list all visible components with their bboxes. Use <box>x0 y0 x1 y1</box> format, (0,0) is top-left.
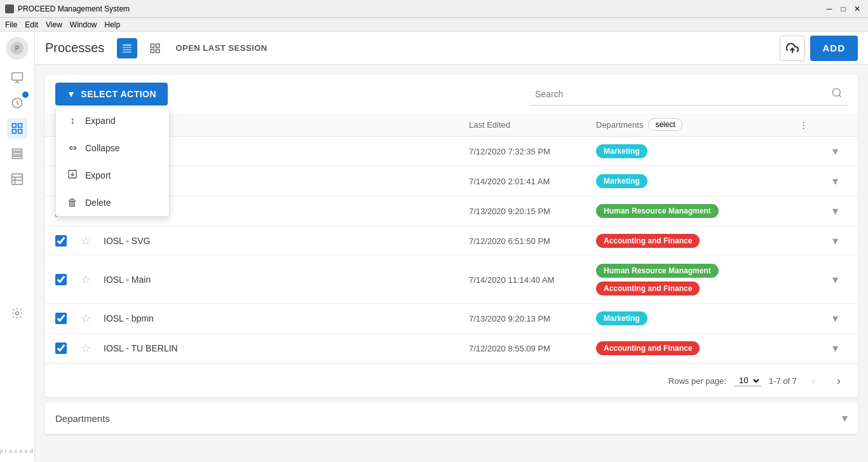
dept-badges: Accounting and Finance <box>596 341 799 355</box>
collapse-label: Collapse <box>85 143 119 153</box>
open-last-session-btn[interactable]: OPEN LAST SESSION <box>175 43 267 53</box>
app-name: PROCEED Management System <box>18 4 130 13</box>
upload-btn[interactable] <box>780 36 805 61</box>
menu-file[interactable]: File <box>5 20 17 29</box>
title-bar: PROCEED Management System ─ □ ✕ <box>0 0 868 18</box>
star-icon[interactable]: ☆ <box>81 234 91 248</box>
sidebar-item-processes[interactable] <box>7 118 27 139</box>
page-info: 1-7 of 7 <box>769 376 797 386</box>
row-expand-icon[interactable]: ▾ <box>832 341 838 355</box>
star-icon[interactable]: ☆ <box>81 341 91 355</box>
dept-badges: Marketing <box>596 144 799 158</box>
prev-page-btn[interactable]: ‹ <box>804 372 822 390</box>
svg-rect-24 <box>151 49 154 52</box>
svg-rect-25 <box>156 49 159 52</box>
close-btn[interactable]: ✕ <box>851 3 863 15</box>
row-expand-icon[interactable]: ▾ <box>832 273 838 287</box>
svg-text:P: P <box>15 45 20 52</box>
expand-item[interactable]: ↕ Expand <box>56 107 169 134</box>
grid-view-btn[interactable] <box>145 38 165 58</box>
menu-view[interactable]: View <box>46 20 62 29</box>
top-toolbar: Processes OPEN LAST SESSION ADD <box>35 32 868 65</box>
last-edited-date: 7/14/2020 11:14:40 AM <box>469 275 596 285</box>
sidebar-item-table[interactable] <box>7 169 27 189</box>
dept-badges: Accounting and Finance <box>596 234 799 248</box>
table-row: ☆ IOSL - bpmn 7/13/2020 9:20:13 PM Marke… <box>45 304 858 334</box>
page-title: Processes <box>45 41 104 55</box>
process-name: IOSL - TU BERLIN <box>104 343 469 353</box>
rows-per-page-select[interactable]: 10 25 50 <box>734 375 761 386</box>
svg-rect-20 <box>123 49 132 50</box>
collapse-item[interactable]: ⇔ Collapse <box>56 134 169 161</box>
sidebar-item-monitor[interactable] <box>7 67 27 88</box>
svg-rect-2 <box>12 73 23 81</box>
dept-badges: Human Resource Managment <box>596 204 799 218</box>
last-edited-date: 7/12/2020 8:55:09 PM <box>469 344 596 353</box>
dept-badge: Marketing <box>596 311 648 325</box>
svg-rect-18 <box>123 44 132 46</box>
svg-line-30 <box>839 95 841 97</box>
dept-badge: Marketing <box>596 174 648 188</box>
menu-window[interactable]: Window <box>70 20 97 29</box>
action-bar: ▼ SELECT ACTION ↕ Expand ⇔ Collapse <box>45 75 858 113</box>
dept-badges: Marketing <box>596 174 799 188</box>
svg-rect-22 <box>151 44 154 47</box>
sidebar-item-tasks[interactable] <box>7 144 27 164</box>
next-page-btn[interactable]: › <box>830 372 848 390</box>
last-edited-date: 7/14/2020 2:01:41 AM <box>469 177 596 186</box>
processes-card: ▼ SELECT ACTION ↕ Expand ⇔ Collapse <box>45 75 858 397</box>
last-edited-date: 7/12/2020 6:51:50 PM <box>469 236 596 246</box>
row-expand-icon[interactable]: ▾ <box>832 144 838 158</box>
menu-edit[interactable]: Edit <box>25 20 38 29</box>
svg-rect-7 <box>18 124 22 128</box>
row-expand-icon[interactable]: ▾ <box>832 174 838 188</box>
list-view-btn[interactable] <box>117 38 137 58</box>
row-expand-icon[interactable]: ▾ <box>832 234 838 248</box>
brand-label: proceed <box>0 448 35 454</box>
content-area: Processes OPEN LAST SESSION ADD <box>35 32 868 462</box>
search-input[interactable] <box>535 89 826 99</box>
app-layout: P proceed Processes <box>0 32 868 462</box>
row-checkbox[interactable] <box>55 343 67 354</box>
select-action-btn[interactable]: ▼ SELECT ACTION <box>55 83 168 105</box>
departments-label: Departments <box>55 413 110 424</box>
dept-badge: Human Resource Managment <box>596 204 719 218</box>
sidebar-item-settings[interactable] <box>7 303 27 323</box>
svg-point-17 <box>16 311 19 315</box>
search-icon[interactable] <box>831 87 843 101</box>
row-expand-icon[interactable]: ▾ <box>832 204 838 218</box>
row-checkbox[interactable] <box>55 274 67 285</box>
add-btn[interactable]: ADD <box>810 36 858 61</box>
dept-select-btn[interactable]: select <box>648 118 682 131</box>
table-row: ☆ IOSL - SVG 7/12/2020 6:51:50 PM Accoun… <box>45 226 858 256</box>
delete-icon: 🗑 <box>66 197 79 208</box>
svg-rect-13 <box>12 174 23 185</box>
header-more: ⋮ <box>799 120 822 130</box>
pagination: Rows per page: 10 25 50 1-7 of 7 ‹ › <box>45 363 858 397</box>
expand-icon: ↕ <box>66 115 79 126</box>
menu-help[interactable]: Help <box>105 20 121 29</box>
delete-item[interactable]: 🗑 Delete <box>56 189 169 216</box>
row-checkbox[interactable] <box>55 235 67 247</box>
dept-badges: Marketing <box>596 311 799 325</box>
minimize-btn[interactable]: ─ <box>824 3 835 15</box>
window-controls[interactable]: ─ □ ✕ <box>824 3 863 15</box>
dept-badge: Accounting and Finance <box>596 341 700 355</box>
star-icon[interactable]: ☆ <box>81 311 91 325</box>
delete-label: Delete <box>85 198 111 208</box>
departments-chevron-icon[interactable]: ▾ <box>842 411 848 425</box>
departments-section: Departments ▾ <box>45 402 858 434</box>
logo-icon: P <box>10 41 24 55</box>
sidebar-item-history[interactable] <box>7 93 27 113</box>
svg-point-29 <box>832 88 840 96</box>
maximize-btn[interactable]: □ <box>837 3 849 15</box>
row-checkbox[interactable] <box>55 313 67 324</box>
svg-rect-23 <box>156 44 159 47</box>
app-icon <box>5 4 14 13</box>
svg-rect-8 <box>13 130 17 133</box>
row-expand-icon[interactable]: ▾ <box>832 311 838 325</box>
star-icon[interactable]: ☆ <box>81 273 91 287</box>
export-item[interactable]: Export <box>56 161 169 189</box>
search-box <box>530 83 848 105</box>
more-options-icon[interactable]: ⋮ <box>799 120 808 130</box>
